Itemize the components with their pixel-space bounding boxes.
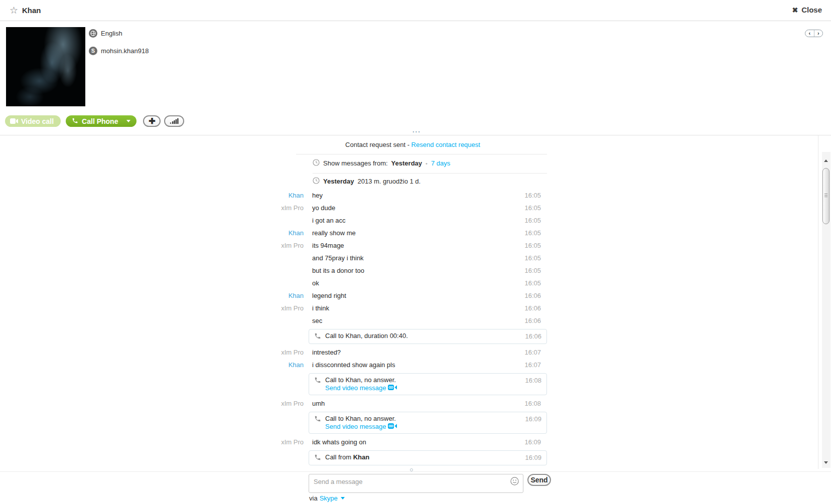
send-button[interactable]: Send	[527, 474, 551, 486]
message-row: and 75pray i think16:05	[279, 252, 547, 264]
signal-bars-icon	[170, 117, 179, 126]
message-timestamp: 16:05	[517, 254, 541, 262]
message-text: ok	[312, 279, 517, 287]
call-event-row: Call to Khan, no answer.Send video messa…	[309, 373, 547, 395]
nav-next-button[interactable]: ›	[814, 30, 823, 37]
call-toolbar: Video call Call Phone ✚	[5, 115, 184, 127]
call-event-body: Call to Khan, no answer.Send video messa…	[325, 415, 517, 431]
message-sender: Khan	[279, 292, 304, 299]
message-text: really show me	[312, 229, 517, 237]
show-messages-control: Show messages from: Yesterday • 7 days	[313, 159, 547, 167]
message-text: sec	[312, 317, 517, 324]
message-row: but its a donor too16:05	[279, 264, 547, 277]
show-messages-label: Show messages from:	[323, 159, 388, 167]
message-text: umh	[312, 400, 517, 407]
close-icon: ✖	[792, 6, 798, 14]
call-phone-label: Call Phone	[82, 117, 118, 125]
message-timestamp: 16:05	[517, 279, 541, 287]
video-message-icon	[388, 423, 397, 431]
conversation-title: Khan	[22, 6, 41, 15]
message-text: but its a donor too	[312, 267, 517, 274]
add-participant-button[interactable]: ✚	[143, 115, 161, 127]
message-timestamp: 16:09	[517, 415, 541, 423]
scrollbar-thumb[interactable]	[822, 168, 829, 224]
clock-icon	[313, 159, 320, 167]
divider	[296, 154, 547, 154]
message-timestamp: 16:06	[517, 332, 541, 340]
seven-days-link[interactable]: 7 days	[431, 159, 450, 167]
call-event-body: Call from Khan	[325, 453, 517, 461]
message-text: idk whats going on	[312, 438, 517, 446]
message-row: Khanreally show me16:05	[279, 227, 547, 239]
close-button[interactable]: ✖Close	[792, 6, 822, 14]
conversation-topbar: ☆ Khan ✖Close	[0, 0, 831, 21]
message-input[interactable]	[309, 474, 523, 493]
resend-contact-request-link[interactable]: Resend contact request	[411, 141, 480, 148]
show-messages-selected: Yesterday	[391, 159, 422, 167]
chevron-down-icon	[341, 497, 345, 499]
video-call-label: Video call	[21, 117, 54, 125]
nav-prev-button[interactable]: ‹	[805, 30, 814, 37]
message-timestamp: 16:07	[517, 361, 541, 369]
separator-dot: •	[426, 160, 428, 166]
via-label: via	[309, 494, 318, 502]
language-globe-icon	[89, 29, 97, 38]
scroll-up-arrow[interactable]	[824, 159, 828, 162]
phone-handset-icon	[314, 332, 321, 341]
message-timestamp: 16:05	[517, 229, 541, 237]
skype-icon: S	[89, 47, 97, 55]
message-text: there	[312, 470, 517, 472]
message-row: xIm Proi think16:06	[279, 302, 547, 314]
message-row: ok16:05	[279, 277, 547, 289]
call-event-body: Call to Khan, no answer.Send video messa…	[325, 376, 517, 392]
call-event-text: Call from Khan	[325, 453, 369, 461]
message-timestamp: 16:07	[517, 349, 541, 356]
message-text: i dissconnted show again pls	[312, 361, 517, 369]
message-timestamp: 16:05	[517, 192, 541, 199]
message-text: intrested?	[312, 349, 517, 356]
message-row: Khani dissconnted show again pls16:07	[279, 359, 547, 371]
composer-splitter-handle[interactable]	[410, 468, 413, 471]
scroll-down-arrow[interactable]	[824, 461, 828, 464]
via-service-link[interactable]: Skype	[320, 494, 338, 502]
send-video-message-link[interactable]: Send video message	[325, 384, 397, 392]
send-video-message-link[interactable]: Send video message	[325, 423, 397, 431]
skype-name: mohsin.khan918	[101, 47, 149, 55]
plus-icon: ✚	[149, 116, 155, 126]
message-sender: xIm Pro	[279, 304, 304, 312]
message-sender: Khan	[279, 470, 304, 472]
chevron-down-icon[interactable]	[126, 120, 130, 122]
clock-icon	[313, 177, 320, 186]
call-event-text: Call to Khan, duration 00:40.	[325, 332, 408, 340]
message-sender: Khan	[279, 361, 304, 369]
message-timestamp: 16:09	[517, 470, 541, 472]
message-row: xIm Proidk whats going on16:09	[279, 436, 547, 448]
message-timestamp: 16:08	[517, 377, 541, 384]
via-service-selector[interactable]: via Skype	[309, 494, 345, 502]
message-sender: xIm Pro	[279, 438, 304, 446]
emoticon-button[interactable]	[510, 477, 519, 487]
message-sender: xIm Pro	[279, 204, 304, 212]
message-row: xIm Proumh16:08	[279, 397, 547, 410]
video-call-button[interactable]: Video call	[5, 115, 61, 127]
message-timestamp: 16:06	[517, 317, 541, 324]
favorite-star-icon[interactable]: ☆	[10, 5, 18, 16]
message-text: i think	[312, 304, 517, 312]
collapse-profile-handle[interactable]: ...	[412, 126, 421, 134]
message-sender: Khan	[279, 192, 304, 199]
call-event-row: Call to Khan, duration 00:40.16:06	[309, 329, 547, 344]
message-timestamp: 16:05	[517, 217, 541, 224]
message-timestamp: 16:06	[517, 304, 541, 312]
call-event-text: Call to Khan, no answer.	[325, 376, 396, 384]
day-header: Yesterday 2013 m. gruodžio 1 d.	[313, 177, 547, 186]
call-event-row: Call to Khan, no answer.Send video messa…	[309, 412, 547, 434]
phone-icon	[72, 117, 78, 125]
chat-scrollbar[interactable]	[822, 152, 830, 468]
call-phone-button[interactable]: Call Phone	[66, 115, 136, 127]
message-text: its 94mage	[312, 242, 517, 249]
message-timestamp: 16:09	[517, 454, 541, 461]
chat-right-border	[818, 135, 818, 469]
divider	[313, 173, 547, 174]
message-timestamp: 16:05	[517, 242, 541, 249]
call-quality-button[interactable]	[164, 115, 184, 127]
